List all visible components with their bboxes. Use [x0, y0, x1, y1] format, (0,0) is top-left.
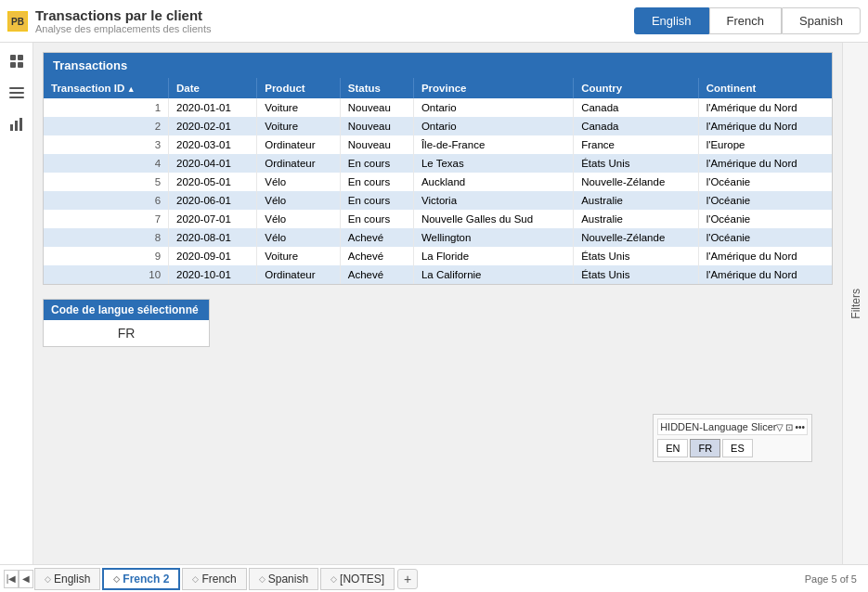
cell-status: En cours [340, 154, 413, 173]
tab-nav-first[interactable]: |◀ [4, 570, 19, 588]
cell-continent: l'Océanie [698, 191, 832, 210]
add-tab-button[interactable]: + [397, 569, 418, 589]
svg-rect-11 [19, 118, 22, 131]
cell-id: 6 [44, 191, 169, 210]
col-header-continent[interactable]: Continent [698, 78, 832, 98]
hidden-language-slicer: HIDDEN-Language Slicer ▽ ⊡ ••• EN FR ES [653, 414, 812, 462]
cell-continent: l'Océanie [698, 228, 832, 247]
col-header-date[interactable]: Date [169, 78, 257, 98]
table-row: 10 2020-10-01 Ordinateur Achevé La Calif… [44, 265, 832, 284]
cell-product: Vélo [257, 173, 341, 191]
slicer-header: HIDDEN-Language Slicer ▽ ⊡ ••• [657, 418, 808, 435]
cell-date: 2020-03-01 [169, 135, 257, 154]
svg-rect-4 [10, 62, 16, 68]
cell-continent: l'Europe [698, 135, 832, 154]
tab-notes-label: [NOTES] [340, 573, 384, 586]
filter-icon[interactable]: ▽ [776, 422, 784, 432]
cell-province: Auckland [413, 173, 573, 191]
top-bar: PB Transactions par le client Analyse de… [0, 0, 868, 43]
cell-province: Ontario [413, 117, 573, 135]
cell-id: 8 [44, 228, 169, 247]
table-body: 1 2020-01-01 Voiture Nouveau Ontario Can… [44, 98, 832, 284]
lang-code-title: Code de langue sélectionné [44, 300, 209, 320]
cell-id: 9 [44, 247, 169, 265]
lang-french-button[interactable]: French [709, 7, 782, 34]
cell-id: 1 [44, 98, 169, 117]
lang-spanish-button[interactable]: Spanish [782, 7, 861, 34]
col-header-id[interactable]: Transaction ID [44, 78, 169, 98]
cell-product: Ordinateur [257, 265, 341, 284]
app-icon: PB [7, 11, 28, 32]
lang-code-box: Code de langue sélectionné FR [43, 299, 210, 347]
table-row: 6 2020-06-01 Vélo En cours Victoria Aust… [44, 191, 832, 210]
slicer-icons: ▽ ⊡ ••• [776, 422, 805, 432]
tab-notes[interactable]: ◇ [NOTES] [320, 568, 395, 590]
cell-province: Le Texas [413, 154, 573, 173]
tab-french-label: French [201, 573, 236, 586]
cell-country: Canada [574, 98, 699, 117]
col-header-province[interactable]: Province [413, 78, 573, 98]
svg-rect-7 [9, 92, 24, 94]
cell-date: 2020-08-01 [169, 228, 257, 247]
cell-country: Australie [574, 210, 699, 228]
tab-french2[interactable]: ◇ French 2 [102, 568, 180, 590]
tab-nav-prev[interactable]: ◀ [19, 570, 33, 588]
col-header-product[interactable]: Product [257, 78, 341, 98]
svg-rect-5 [18, 62, 23, 68]
tab-french[interactable]: ◇ French [182, 568, 246, 590]
svg-text:PB: PB [11, 17, 24, 27]
cell-province: La Californie [413, 265, 573, 284]
tab-spanish[interactable]: ◇ Spanish [249, 568, 318, 590]
tab-french2-label: French 2 [123, 573, 169, 586]
table-title: Transactions [44, 53, 832, 78]
cell-date: 2020-02-01 [169, 117, 257, 135]
svg-rect-2 [10, 55, 16, 60]
table-header-row: Transaction ID Date Product Status Provi… [44, 78, 832, 98]
cell-status: En cours [340, 173, 413, 191]
grid-icon[interactable] [6, 50, 28, 72]
cell-product: Vélo [257, 191, 341, 210]
cell-province: Nouvelle Galles du Sud [413, 210, 573, 228]
cell-product: Voiture [257, 117, 341, 135]
cell-product: Ordinateur [257, 135, 341, 154]
slicer-en-button[interactable]: EN [657, 439, 688, 457]
cell-date: 2020-09-01 [169, 247, 257, 265]
cell-id: 7 [44, 210, 169, 228]
slicer-es-button[interactable]: ES [722, 439, 753, 457]
cell-date: 2020-05-01 [169, 173, 257, 191]
cell-date: 2020-10-01 [169, 265, 257, 284]
page-info: Page 5 of 5 [805, 573, 864, 585]
cell-continent: l'Amérique du Nord [698, 265, 832, 284]
col-header-country[interactable]: Country [574, 78, 699, 98]
transactions-table-container: Transactions Transaction ID Date Product… [43, 52, 833, 285]
chart-icon[interactable] [6, 113, 28, 135]
tab-english-label: English [54, 573, 90, 586]
lang-english-button[interactable]: English [634, 7, 709, 34]
main-content: Transactions Transaction ID Date Product… [33, 43, 842, 564]
cell-status: En cours [340, 210, 413, 228]
col-header-status[interactable]: Status [340, 78, 413, 98]
cell-status: Achevé [340, 228, 413, 247]
cell-id: 2 [44, 117, 169, 135]
cell-province: Wellington [413, 228, 573, 247]
cell-status: Achevé [340, 247, 413, 265]
cell-id: 3 [44, 135, 169, 154]
cell-province: Victoria [413, 191, 573, 210]
filters-label[interactable]: Filters [849, 289, 862, 319]
cell-country: États Unis [574, 265, 699, 284]
cell-product: Vélo [257, 210, 341, 228]
tab-spanish-icon: ◇ [259, 574, 266, 584]
cell-country: Australie [574, 191, 699, 210]
expand-icon[interactable]: ⊡ [785, 422, 793, 432]
cell-continent: l'Amérique du Nord [698, 117, 832, 135]
cell-date: 2020-04-01 [169, 154, 257, 173]
cell-product: Voiture [257, 98, 341, 117]
table-row: 8 2020-08-01 Vélo Achevé Wellington Nouv… [44, 228, 832, 247]
tab-french-icon: ◇ [192, 574, 199, 584]
table-row: 2 2020-02-01 Voiture Nouveau Ontario Can… [44, 117, 832, 135]
more-icon[interactable]: ••• [795, 422, 805, 432]
slicer-fr-button[interactable]: FR [690, 439, 720, 457]
tab-bar: |◀ ◀ ◇ English ◇ French 2 ◇ French ◇ Spa… [0, 564, 868, 592]
tab-english[interactable]: ◇ English [34, 568, 100, 590]
menu-icon[interactable] [6, 82, 28, 104]
